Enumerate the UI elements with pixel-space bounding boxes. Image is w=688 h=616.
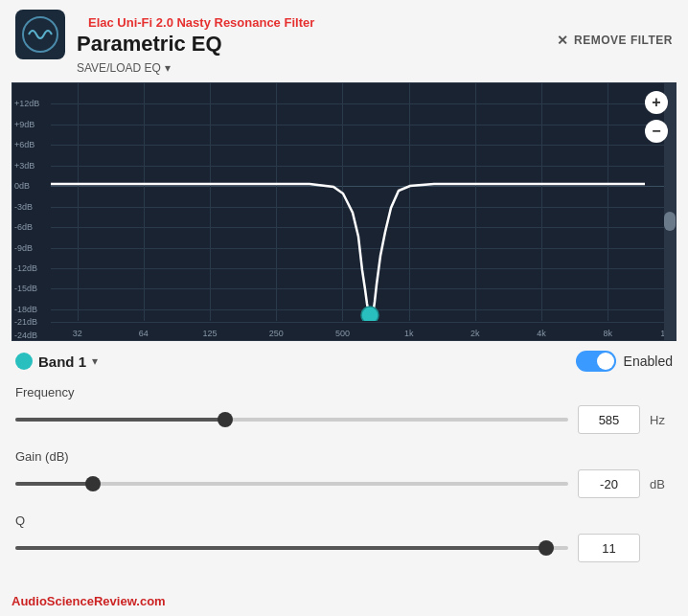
db-label-n24: -24dB [14, 331, 37, 340]
q-slider-track[interactable] [15, 546, 568, 550]
db-label-6: +6dB [14, 140, 34, 149]
freq-label-2k: 2k [470, 329, 480, 338]
band-chevron-icon: ▾ [92, 354, 98, 368]
db-label-n6: -6dB [14, 222, 33, 232]
freq-label-4k: 4k [537, 329, 546, 338]
q-row: Q 11 [15, 513, 673, 562]
save-load-button[interactable]: SAVE/LOAD EQ ▾ [77, 61, 171, 75]
eq-scrollbar-track[interactable] [664, 83, 676, 340]
freq-label-500: 500 [335, 329, 350, 338]
gain-unit: dB [650, 477, 673, 491]
enabled-toggle-switch[interactable] [576, 351, 616, 372]
db-label-3: +3dB [14, 161, 34, 171]
frequency-label: Frequency [15, 385, 673, 399]
frequency-slider-thumb[interactable] [218, 412, 233, 427]
gain-slider-fill [15, 482, 93, 486]
frequency-unit: Hz [650, 413, 673, 427]
remove-filter-label: REMOVE FILTER [574, 34, 673, 47]
band-color-dot [15, 353, 33, 370]
db-label-n21: -21dB [14, 317, 37, 327]
close-icon: ✕ [557, 33, 569, 48]
q-slider-fill [15, 546, 546, 550]
db-label-n9: -9dB [14, 243, 33, 253]
enabled-toggle-row: Enabled [576, 351, 673, 372]
db-label-9: +9dB [14, 120, 34, 129]
app-title: Parametric EQ [77, 32, 222, 57]
band-label: Band 1 [38, 354, 86, 370]
db-label-n18: -18dB [14, 305, 37, 314]
zoom-out-button[interactable]: − [645, 120, 668, 143]
db-label-n12: -12dB [14, 263, 37, 273]
eq-curve-svg [51, 83, 664, 321]
svg-point-0 [23, 17, 57, 52]
app-logo [15, 10, 65, 59]
db-label-n15: -15dB [14, 284, 37, 293]
zoom-out-icon: − [652, 123, 660, 140]
freq-label-32: 32 [73, 329, 82, 338]
gain-row: Gain (dB) -20 dB [15, 449, 673, 498]
eq-scrollbar-thumb[interactable] [664, 212, 676, 231]
gain-slider-track[interactable] [15, 482, 568, 486]
freq-label-8k: 8k [604, 329, 613, 338]
gain-slider-thumb[interactable] [85, 476, 101, 491]
band1-dot [361, 307, 378, 321]
gain-slider-row: -20 dB [15, 469, 673, 498]
band-header: Band 1 ▾ Enabled [15, 351, 673, 372]
freq-label-1k: 1k [404, 329, 414, 338]
save-load-label: SAVE/LOAD EQ [77, 61, 161, 75]
q-slider-thumb[interactable] [539, 540, 554, 556]
freq-label-125: 125 [203, 329, 218, 338]
zoom-in-button[interactable]: + [645, 91, 668, 114]
chevron-down-icon: ▾ [165, 61, 171, 75]
db-label-12: +12dB [14, 99, 39, 108]
subtitle-text: Elac Uni-Fi 2.0 Nasty Resonance Filter [88, 15, 314, 30]
db-label-0: 0dB [14, 181, 30, 191]
band-selector[interactable]: Band 1 ▾ [15, 353, 98, 370]
gain-input[interactable]: -20 [578, 469, 640, 498]
band-controls: Band 1 ▾ Enabled Frequency 585 Hz Gain (… [0, 341, 688, 587]
enabled-label: Enabled [624, 354, 673, 369]
gain-label: Gain (dB) [15, 449, 673, 464]
eq-chart: +12dB +9dB +6dB +3dB 0dB -3dB -6dB -9dB … [11, 82, 677, 341]
q-label: Q [15, 513, 673, 528]
zoom-in-icon: + [652, 94, 660, 111]
q-input[interactable]: 11 [578, 534, 640, 562]
db-label-n3: -3dB [14, 202, 33, 212]
frequency-slider-track[interactable] [15, 418, 568, 422]
frequency-slider-row: 585 Hz [15, 405, 673, 434]
freq-label-64: 64 [139, 329, 149, 338]
frequency-row: Frequency 585 Hz [15, 385, 673, 434]
q-slider-row: 11 [15, 534, 673, 562]
frequency-input[interactable]: 585 [578, 405, 640, 434]
frequency-slider-fill [15, 418, 225, 422]
toggle-knob [597, 353, 614, 370]
watermark: AudioScienceReview.com [11, 594, 166, 608]
freq-label-250: 250 [269, 329, 284, 338]
remove-filter-button[interactable]: ✕ REMOVE FILTER [557, 33, 673, 48]
